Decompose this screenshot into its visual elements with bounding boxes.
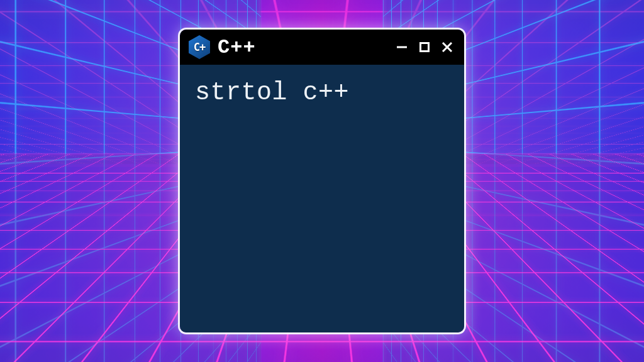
svg-rect-1: [421, 43, 429, 52]
cpp-hex-icon: C+: [189, 35, 210, 59]
code-text: strtol c++: [195, 79, 449, 107]
client-area: strtol c++: [180, 65, 464, 332]
titlebar[interactable]: C+ C++: [180, 30, 464, 65]
app-window: C+ C++ strtol c++: [180, 30, 464, 332]
minimize-icon: [396, 41, 408, 53]
close-button[interactable]: [438, 38, 457, 57]
icon-label: C+: [194, 41, 205, 53]
window-controls: [392, 38, 457, 57]
maximize-icon: [419, 41, 430, 53]
close-icon: [441, 41, 453, 53]
window-title: C++: [218, 36, 256, 59]
maximize-button[interactable]: [415, 38, 434, 57]
minimize-button[interactable]: [392, 38, 411, 57]
